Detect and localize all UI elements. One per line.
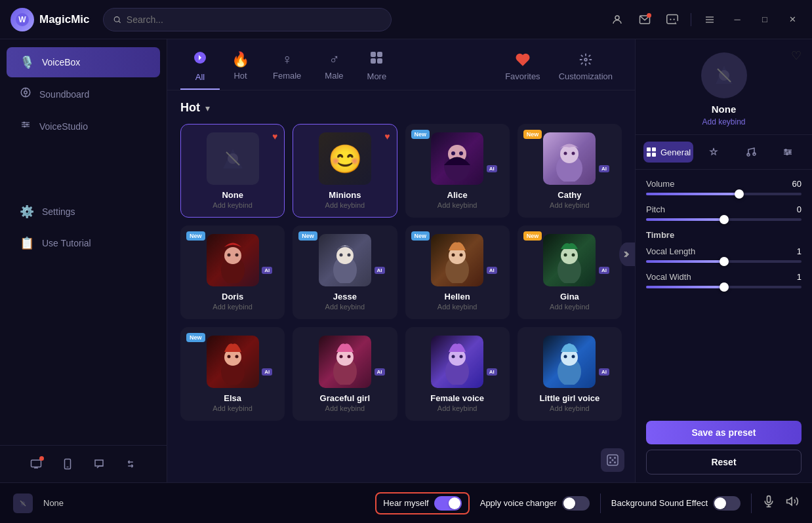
voice-card-jesse[interactable]: New AI Jesse Add keybin bbox=[293, 225, 397, 319]
favorite-button[interactable]: ♡ bbox=[791, 48, 802, 63]
vocal-width-value: 1 bbox=[797, 272, 802, 282]
tab-customization[interactable]: Customization bbox=[550, 48, 622, 88]
bg-sound-toggle[interactable] bbox=[713, 496, 741, 511]
transfer-icon[interactable] bbox=[120, 454, 141, 475]
voice-card-cathy[interactable]: New AI Cathy Add keybin bbox=[518, 124, 622, 218]
sidebar-item-settings[interactable]: ⚙️ Settings bbox=[7, 197, 160, 227]
voice-keybind[interactable]: Add keybind bbox=[550, 303, 590, 311]
microphone-icon[interactable] bbox=[762, 495, 775, 511]
svg-line-3 bbox=[118, 21, 120, 23]
avatar-cathy bbox=[543, 132, 596, 185]
right-tab-effects[interactable] bbox=[697, 142, 730, 163]
tab-hot[interactable]: 🔥 Hot bbox=[220, 47, 261, 88]
chat-icon[interactable] bbox=[89, 454, 110, 475]
voice-keybind[interactable]: Add keybind bbox=[550, 404, 590, 412]
svg-rect-30 bbox=[377, 58, 382, 64]
voice-keybind[interactable]: Add keybind bbox=[437, 303, 477, 311]
tab-favorites[interactable]: Favorites bbox=[496, 48, 549, 88]
voice-card-minions[interactable]: ♥ 😊 Minions Add keybind bbox=[293, 124, 397, 218]
close-button[interactable]: ✕ bbox=[783, 10, 802, 29]
voice-keybind[interactable]: Add keybind bbox=[550, 201, 590, 209]
avatar-minions: 😊 bbox=[319, 132, 371, 185]
vocal-width-fill bbox=[646, 286, 724, 288]
voice-card-none[interactable]: ♥ None Add keybind bbox=[180, 124, 285, 218]
voice-name: Alice bbox=[447, 190, 468, 200]
random-dice-button[interactable] bbox=[601, 448, 624, 472]
sidebar-item-tutorial[interactable]: 📋 Use Tutorial bbox=[7, 228, 160, 258]
voice-card-hellen[interactable]: New AI Hellen Add keybi bbox=[405, 225, 510, 319]
vocal-length-thumb[interactable] bbox=[720, 257, 729, 266]
voice-keybind[interactable]: Add keybind bbox=[437, 404, 477, 412]
sidebar-item-soundboard[interactable]: Soundboard bbox=[7, 79, 160, 109]
svg-point-43 bbox=[224, 247, 241, 264]
tab-male[interactable]: ♂ Male bbox=[313, 47, 355, 88]
voice-keybind[interactable]: Add keybind bbox=[213, 303, 253, 311]
menu-icon[interactable] bbox=[700, 10, 719, 29]
minion-emoji: 😊 bbox=[328, 143, 362, 175]
right-tab-music[interactable] bbox=[735, 142, 767, 163]
screen-share-icon[interactable] bbox=[26, 454, 47, 475]
pitch-thumb[interactable] bbox=[720, 215, 729, 224]
discord-icon[interactable] bbox=[663, 10, 681, 29]
studio-icon bbox=[20, 119, 31, 134]
apply-voice-toggle[interactable] bbox=[562, 496, 590, 511]
more-tab-icon bbox=[369, 50, 384, 69]
add-keybind-link[interactable]: Add keybind bbox=[702, 117, 745, 126]
vocal-length-slider[interactable] bbox=[646, 260, 802, 263]
voice-card-graceful[interactable]: AI Graceful girl Add keybind bbox=[293, 327, 397, 421]
maximize-button[interactable]: □ bbox=[756, 10, 774, 29]
volume-thumb[interactable] bbox=[735, 189, 744, 199]
save-preset-button[interactable]: Save as preset bbox=[646, 421, 802, 444]
general-tab-label: General bbox=[660, 147, 691, 157]
svg-rect-83 bbox=[647, 147, 651, 151]
voice-card-little-girl[interactable]: AI Little girl voice Add keybind bbox=[518, 327, 622, 421]
voice-card-alice[interactable]: New AI Alice Add keybin bbox=[405, 124, 510, 218]
volume-slider[interactable] bbox=[646, 193, 802, 195]
hear-myself-group: Hear myself bbox=[375, 492, 469, 514]
volume-icon[interactable] bbox=[786, 495, 799, 511]
new-badge: New bbox=[411, 231, 430, 241]
vocal-width-slider[interactable] bbox=[646, 286, 802, 288]
voice-card-female[interactable]: AI Female voice Add keybind bbox=[405, 327, 510, 421]
dropdown-icon[interactable]: ▾ bbox=[205, 103, 210, 113]
right-tab-general[interactable]: General bbox=[643, 142, 693, 163]
heart-icon[interactable]: ♥ bbox=[384, 131, 390, 142]
voice-keybind[interactable]: Add keybind bbox=[325, 303, 365, 311]
svg-point-76 bbox=[609, 457, 611, 459]
ai-badge: AI bbox=[599, 267, 609, 274]
hear-myself-toggle[interactable] bbox=[434, 496, 462, 511]
voice-keybind[interactable]: Add keybind bbox=[213, 404, 253, 412]
voice-keybind[interactable]: Add keybind bbox=[213, 201, 253, 209]
minimize-button[interactable]: ─ bbox=[728, 10, 746, 29]
right-tab-tuner[interactable] bbox=[771, 142, 804, 163]
voice-name: None bbox=[222, 190, 243, 200]
mail-icon[interactable] bbox=[636, 10, 654, 29]
tab-female[interactable]: ♀ Female bbox=[261, 47, 313, 88]
phone-icon[interactable] bbox=[57, 454, 78, 475]
voice-card-gina[interactable]: New AI Gina Add keybind bbox=[518, 225, 622, 319]
heart-icon[interactable]: ♥ bbox=[272, 131, 277, 142]
search-input[interactable] bbox=[127, 14, 382, 25]
sidebar-item-voicebox[interactable]: 🎙️ VoiceBox bbox=[7, 47, 160, 77]
divider bbox=[600, 494, 601, 513]
voice-card-elsa[interactable]: New AI Elsa Add keybind bbox=[180, 327, 285, 421]
tab-all[interactable]: All bbox=[180, 46, 220, 90]
pitch-slider[interactable] bbox=[646, 218, 802, 221]
voice-keybind[interactable]: Add keybind bbox=[437, 201, 477, 209]
tab-more[interactable]: More bbox=[355, 47, 399, 89]
voice-keybind[interactable]: Add keybind bbox=[325, 404, 365, 412]
reset-button[interactable]: Reset bbox=[646, 450, 802, 475]
voice-keybind[interactable]: Add keybind bbox=[325, 201, 365, 209]
vocal-width-thumb[interactable] bbox=[720, 282, 729, 292]
expand-button[interactable] bbox=[619, 242, 635, 266]
section-title: Hot bbox=[180, 101, 200, 115]
svg-point-69 bbox=[460, 355, 463, 358]
user-icon[interactable] bbox=[608, 10, 626, 29]
svg-point-79 bbox=[609, 461, 611, 463]
search-bar[interactable] bbox=[103, 8, 392, 31]
new-badge: New bbox=[186, 231, 205, 241]
avatar-alice bbox=[431, 132, 483, 185]
voice-card-doris[interactable]: New AI Doris Add keybin bbox=[180, 225, 285, 319]
right-panel-top: ♡ None Add keybind bbox=[636, 39, 812, 135]
sidebar-item-voicestudio[interactable]: VoiceStudio bbox=[7, 111, 160, 142]
